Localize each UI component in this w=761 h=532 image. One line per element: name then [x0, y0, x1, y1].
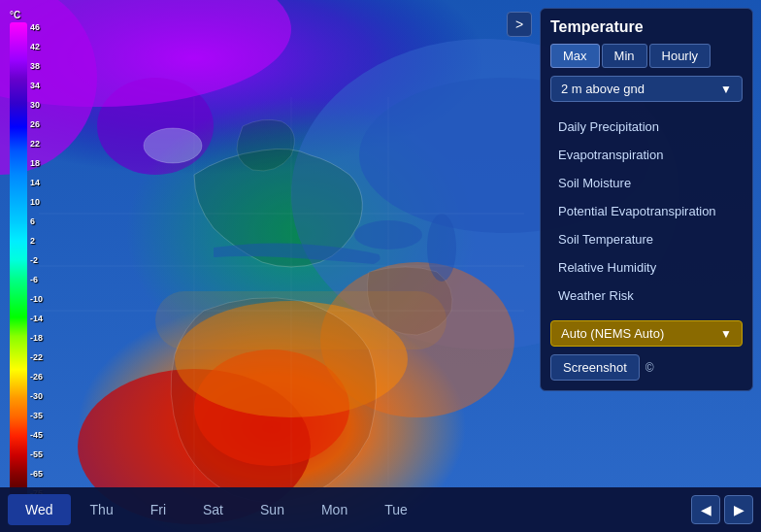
menu-item-relative-humidity[interactable]: Relative Humidity: [550, 254, 743, 281]
model-value: Auto (NEMS Auto): [561, 326, 664, 341]
menu-item-soil-moisture[interactable]: Soil Moisture: [550, 170, 743, 196]
day-button-mon[interactable]: Mon: [304, 494, 365, 525]
screenshot-button[interactable]: Screenshot: [550, 354, 640, 381]
menu-item-soil-temperature[interactable]: Soil Temperature: [550, 226, 743, 252]
menu-item-daily-precipitation[interactable]: Daily Precipitation: [550, 114, 743, 140]
day-button-sat[interactable]: Sat: [185, 494, 241, 525]
panel-title: Temperature: [550, 18, 743, 36]
legend-labels: 46 42 38 34 30 26 22 18 14 10 6 2 -2 -6 …: [27, 22, 43, 498]
altitude-value: 2 m above gnd: [561, 82, 645, 96]
hourly-temp-button[interactable]: Hourly: [649, 44, 711, 68]
menu-items-list: Daily Precipitation Evapotranspiration S…: [550, 114, 743, 309]
day-button-wed[interactable]: Wed: [8, 494, 71, 525]
nav-arrows: ◀ ▶: [691, 495, 753, 524]
svg-point-14: [144, 128, 202, 163]
day-button-sun[interactable]: Sun: [243, 494, 302, 525]
model-chevron: ▼: [720, 327, 732, 341]
menu-item-evapotranspiration[interactable]: Evapotranspiration: [550, 142, 743, 168]
svg-rect-17: [155, 291, 447, 349]
color-legend: °C 46 42 38 34 30 26 22 18 14 10 6 2 -2 …: [10, 10, 43, 505]
menu-item-potential-evapotranspiration[interactable]: Potential Evapotranspiration: [550, 198, 743, 224]
day-button-fri[interactable]: Fri: [133, 494, 183, 525]
legend-unit: °C: [10, 10, 43, 20]
bottom-nav: Wed Thu Fri Sat Sun Mon Tue ◀ ▶: [0, 487, 761, 532]
right-panel: Temperature Max Min Hourly 2 m above gnd…: [540, 8, 753, 391]
legend-value: 46: [30, 22, 43, 32]
min-temp-button[interactable]: Min: [602, 44, 647, 68]
day-button-tue[interactable]: Tue: [367, 494, 425, 525]
next-arrow-button[interactable]: ▶: [724, 495, 753, 524]
day-button-thu[interactable]: Thu: [73, 494, 131, 525]
prev-arrow-button[interactable]: ◀: [691, 495, 720, 524]
max-temp-button[interactable]: Max: [550, 44, 600, 68]
temp-button-group: Max Min Hourly: [550, 44, 743, 68]
altitude-chevron: ▼: [720, 83, 732, 96]
menu-item-weather-risk[interactable]: Weather Risk: [550, 283, 743, 309]
toggle-panel-button[interactable]: >: [507, 12, 532, 37]
model-select[interactable]: Auto (NEMS Auto) ▼: [550, 320, 743, 347]
altitude-select[interactable]: 2 m above gnd ▼: [550, 76, 743, 102]
screenshot-row: Screenshot ©: [550, 354, 743, 381]
copyright-symbol: ©: [645, 361, 654, 375]
